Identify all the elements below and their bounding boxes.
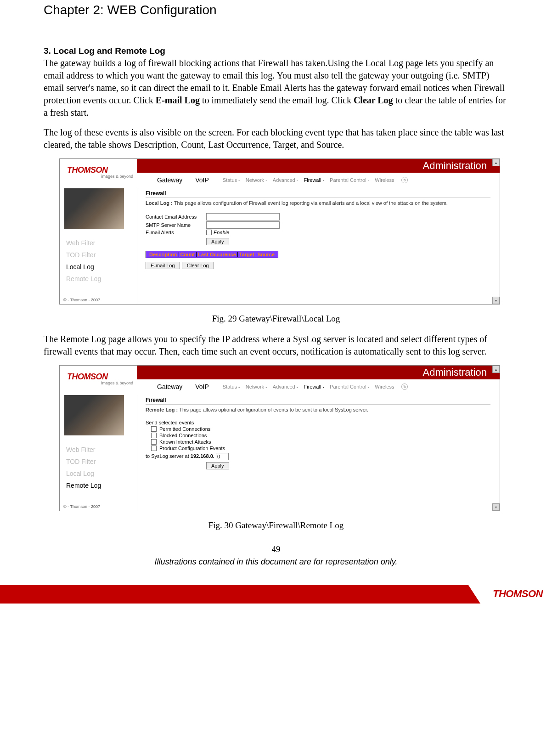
- paragraph-1: The gateway builds a log of firewall blo…: [44, 57, 508, 119]
- opt-product-config: Product Configuration Events: [151, 446, 490, 451]
- refresh-icon[interactable]: ↻: [401, 177, 408, 183]
- syslog-octet-input[interactable]: [216, 453, 229, 460]
- side-tod-filter[interactable]: TOD Filter: [66, 456, 137, 468]
- paragraph-2: The log of these events is also visible …: [44, 126, 508, 151]
- nav-network[interactable]: Network -: [243, 384, 270, 389]
- col-description: Description: [148, 252, 179, 257]
- clear-log-button[interactable]: Clear Log: [182, 262, 214, 269]
- side-tod-filter[interactable]: TOD Filter: [66, 249, 137, 261]
- nav-voip[interactable]: VoIP: [189, 383, 215, 390]
- email-log-bold: E-mail Log: [156, 95, 200, 105]
- page-description: Local Log : This page allows configurati…: [146, 200, 490, 207]
- syslog-ip: 192.168.0.: [191, 453, 214, 459]
- nav-gateway[interactable]: Gateway: [151, 176, 189, 184]
- scroll-up-icon[interactable]: ▴: [492, 159, 500, 166]
- nav-parental[interactable]: Parental Control -: [327, 177, 372, 183]
- nav-network[interactable]: Network -: [243, 177, 270, 183]
- opt-label: Product Configuration Events: [159, 446, 225, 451]
- desc-label: Remote Log :: [146, 407, 179, 412]
- nav-parental[interactable]: Parental Control -: [327, 384, 372, 389]
- nav-status[interactable]: Status -: [220, 177, 243, 183]
- nav-gateway[interactable]: Gateway: [151, 383, 189, 390]
- scroll-down-icon[interactable]: ▾: [492, 503, 500, 511]
- email-log-button[interactable]: E-mail Log: [146, 262, 180, 269]
- para-text: to immediately send the email log. Click: [200, 95, 354, 105]
- log-table-header: Description Count Last Occurence Target …: [146, 251, 278, 258]
- side-remote-log[interactable]: Remote Log: [66, 273, 137, 285]
- nav-bar: Gateway VoIP Status - Network - Advanced…: [137, 379, 500, 394]
- figure-29-caption: Fig. 29 Gateway\Firewall\Local Log: [44, 314, 508, 324]
- side-photo: [64, 395, 124, 435]
- checkbox-product-config[interactable]: [151, 446, 157, 451]
- opt-attacks: Known Internet Attacks: [151, 439, 490, 445]
- checkbox-permitted[interactable]: [151, 426, 157, 432]
- syslog-pre: to SysLog server at: [146, 453, 191, 459]
- refresh-icon[interactable]: ↻: [401, 384, 408, 390]
- opt-label: Blocked Connections: [159, 433, 207, 438]
- nav-wireless[interactable]: Wireless: [372, 384, 397, 389]
- admin-banner: Administration: [137, 159, 500, 173]
- firewall-heading: Firewall: [146, 397, 490, 405]
- desc-text: This page allows configuration of Firewa…: [174, 200, 448, 206]
- chapter-title: Chapter 2: WEB Configuration: [44, 3, 508, 17]
- disclaimer: Illustrations contained in this document…: [44, 557, 508, 567]
- logo-area: THOMSON images & beyond: [60, 159, 137, 188]
- logo-area: THOMSON images & beyond: [60, 366, 137, 395]
- screenshot-local-log: ▴ THOMSON images & beyond Administration…: [59, 158, 500, 305]
- col-target: Target: [238, 252, 256, 257]
- enable-checkbox[interactable]: [206, 230, 212, 235]
- opt-label: Permitted Connections: [159, 426, 210, 432]
- nav-advanced[interactable]: Advanced -: [270, 177, 301, 183]
- paragraph-3: The Remote Log page allows you to specif…: [44, 333, 508, 358]
- desc-label: Local Log :: [146, 200, 174, 206]
- footer-red-bar: [0, 585, 468, 604]
- smtp-label: SMTP Server Name: [146, 222, 206, 228]
- footer-brand: THOMSON: [493, 588, 543, 600]
- nav-firewall[interactable]: Firewall -: [301, 384, 327, 389]
- apply-button[interactable]: Apply: [206, 462, 229, 469]
- opt-label: Known Internet Attacks: [159, 439, 211, 445]
- nav-wireless[interactable]: Wireless: [372, 177, 397, 183]
- side-remote-log[interactable]: Remote Log: [66, 480, 137, 491]
- scroll-up-icon[interactable]: ▴: [492, 366, 500, 373]
- desc-text: This page allows optional configuration …: [179, 407, 368, 412]
- figure-30-caption: Fig. 30 Gateway\Firewall\Remote Log: [44, 520, 508, 530]
- side-web-filter[interactable]: Web Filter: [66, 444, 137, 456]
- syslog-line: to SysLog server at 192.168.0.: [146, 453, 490, 460]
- alerts-label: E-mail Alerts: [146, 230, 206, 235]
- nav-firewall[interactable]: Firewall -: [301, 177, 327, 183]
- email-label: Contact Email Address: [146, 214, 206, 220]
- scroll-down-icon[interactable]: ▾: [492, 297, 500, 304]
- thomson-logo: THOMSON: [67, 372, 137, 382]
- page-number: 49: [44, 544, 508, 554]
- copyright: © - Thomson - 2007: [60, 491, 137, 511]
- email-input[interactable]: [206, 213, 280, 220]
- nav-advanced[interactable]: Advanced -: [270, 384, 301, 389]
- side-local-log[interactable]: Local Log: [66, 468, 137, 480]
- page-description: Remote Log : This page allows optional c…: [146, 406, 490, 413]
- screenshot-remote-log: ▴ THOMSON images & beyond Administration…: [59, 365, 500, 511]
- checkbox-attacks[interactable]: [151, 439, 157, 445]
- col-last-occurrence: Last Occurence: [197, 252, 238, 257]
- opt-blocked: Blocked Connections: [151, 433, 490, 438]
- checkbox-blocked[interactable]: [151, 433, 157, 438]
- apply-button[interactable]: Apply: [206, 238, 229, 245]
- enable-label: Enable: [214, 230, 229, 235]
- side-photo: [64, 188, 124, 229]
- nav-bar: Gateway VoIP Status - Network - Advanced…: [137, 173, 500, 187]
- nav-status[interactable]: Status -: [220, 384, 243, 389]
- copyright: © - Thomson - 2007: [60, 285, 137, 304]
- section-title: 3. Local Log and Remote Log: [44, 46, 508, 56]
- clear-log-bold: Clear Log: [354, 95, 393, 105]
- col-count: Count: [179, 252, 197, 257]
- footer: THOMSON: [0, 579, 552, 604]
- side-local-log[interactable]: Local Log: [66, 261, 137, 273]
- smtp-input[interactable]: [206, 221, 280, 229]
- admin-banner: Administration: [137, 366, 500, 379]
- firewall-heading: Firewall: [146, 190, 490, 198]
- thomson-logo: THOMSON: [67, 165, 137, 175]
- opt-permitted: Permitted Connections: [151, 426, 490, 432]
- nav-voip[interactable]: VoIP: [189, 176, 215, 184]
- send-events-label: Send selected events: [146, 420, 490, 425]
- side-web-filter[interactable]: Web Filter: [66, 237, 137, 249]
